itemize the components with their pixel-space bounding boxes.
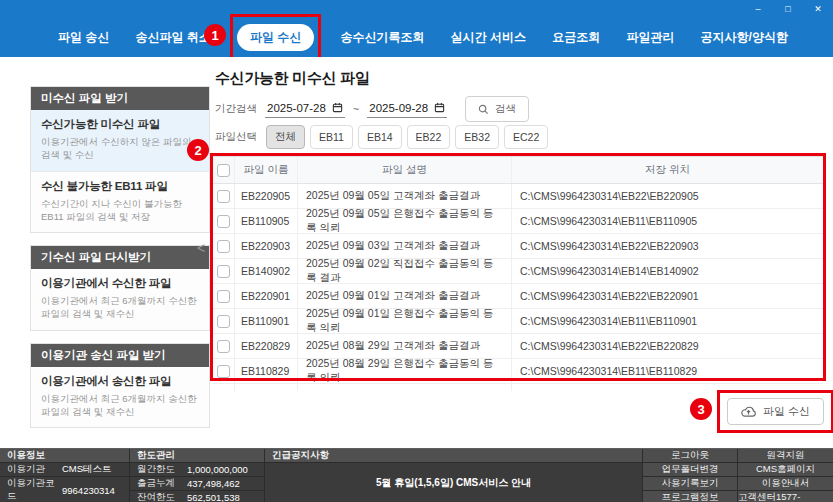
close-icon[interactable]: ✕ bbox=[803, 0, 833, 18]
window-titlebar: – □ ✕ bbox=[0, 0, 833, 18]
page-title: 수신가능한 미수신 파일 bbox=[215, 69, 370, 88]
file-type-filter-button[interactable]: EB32 bbox=[455, 125, 499, 149]
column-header-file-name: 파일 이름 bbox=[235, 157, 298, 183]
content-area: 미수신 파일 받기 수신가능한 미수신 파일 이용기관에서 수신하지 않은 파일… bbox=[0, 57, 833, 448]
file-name-cell: EB220903 bbox=[235, 234, 298, 258]
table-row[interactable]: EB220901 2025년 09월 01일 고객계좌 출금결과 C:\CMS\… bbox=[213, 284, 823, 309]
annotation-step-2-badge: 2 bbox=[187, 139, 209, 161]
select-all-checkbox[interactable] bbox=[217, 164, 230, 177]
column-header-file-desc: 파일 설명 bbox=[298, 157, 512, 183]
footer-button[interactable]: 업무폴더변경 bbox=[643, 463, 738, 477]
annotation-step-3-badge: 3 bbox=[690, 398, 712, 420]
file-type-filter-button[interactable]: EB22 bbox=[407, 125, 451, 149]
row-checkbox[interactable] bbox=[217, 240, 230, 253]
table-row-stub bbox=[213, 384, 823, 391]
table-row[interactable]: EB220903 2025년 09월 03일 고객계좌 출금결과 C:\CMS\… bbox=[213, 234, 823, 259]
maximize-icon[interactable]: □ bbox=[773, 0, 803, 18]
footer-info-value: 562,501,538 bbox=[187, 491, 264, 502]
calendar-icon[interactable] bbox=[434, 102, 445, 113]
footer-buttons-right: 원격지원CMS홈페이지이용안내서고객센터1577-5500(3) bbox=[738, 449, 833, 502]
file-path-cell: C:\CMS\9964230314\EB11\EB110901 bbox=[512, 309, 823, 333]
nav-item-4[interactable]: 송수신기록조회 bbox=[341, 29, 425, 46]
sidebar-section-header: 기수신 파일 다시받기 bbox=[31, 246, 209, 269]
table-row[interactable]: EB110901 2025년 09월 01일 은행접수 출금동의 등록 의뢰 C… bbox=[213, 309, 823, 334]
file-receive-button[interactable]: 파일 수신 bbox=[727, 398, 824, 425]
date-range-tilde: ~ bbox=[353, 103, 359, 115]
file-desc-cell: 2025년 09월 01일 은행접수 출금동의 등록 의뢰 bbox=[298, 309, 512, 333]
file-desc-cell: 2025년 09월 01일 고객계좌 출금결과 bbox=[298, 284, 512, 308]
file-path-cell: C:\CMS\9964230314\EB22\EB220901 bbox=[512, 284, 823, 308]
column-header-file-path: 저장 위치 bbox=[512, 157, 823, 183]
row-checkbox[interactable] bbox=[217, 365, 230, 378]
file-type-filter-button[interactable]: EC22 bbox=[504, 125, 548, 149]
date-from-input[interactable]: 2025-07-28 bbox=[265, 101, 345, 118]
date-to-input[interactable]: 2025-09-28 bbox=[367, 101, 447, 118]
sidebar-item[interactable]: 수신가능한 미수신 파일 이용기관에서 수신하지 않은 파일의 검색 및 수신 bbox=[31, 110, 209, 171]
sidebar-collapse-chevron-icon[interactable]: < bbox=[197, 240, 205, 256]
footer-info-label: 월간한도 bbox=[130, 463, 187, 476]
nav-item-8[interactable]: 공지사항/양식함 bbox=[701, 29, 788, 46]
table-row[interactable]: EB140902 2025년 09월 02일 직접접수 출금동의 등록 결과 C… bbox=[213, 259, 823, 284]
footer-limit-title: 한도관리 bbox=[130, 449, 265, 463]
footer-button[interactable]: 로그아웃 bbox=[643, 449, 738, 463]
file-name-cell: EB110905 bbox=[235, 209, 298, 233]
row-checkbox[interactable] bbox=[217, 190, 230, 203]
annotation-receive-highlight: 3 파일 수신 bbox=[727, 398, 824, 425]
table-row[interactable]: EB220905 2025년 09월 05일 고객계좌 출금결과 C:\CMS\… bbox=[213, 184, 823, 209]
nav-item-6[interactable]: 요금조회 bbox=[552, 29, 600, 46]
table-row[interactable]: EB110829 2025년 08월 29일 은행접수 출금동의 등록 의뢰 C… bbox=[213, 359, 823, 384]
footer-button[interactable]: 원격지원 bbox=[738, 449, 833, 463]
sidebar-section: 기수신 파일 다시받기 이용기관에서 수신한 파일 이용기관에서 최근 6개월까… bbox=[30, 245, 210, 331]
calendar-icon[interactable] bbox=[332, 102, 343, 113]
row-checkbox[interactable] bbox=[217, 340, 230, 353]
table-row[interactable]: EB110905 2025년 09월 05일 은행접수 출금동의 등록 의뢰 C… bbox=[213, 209, 823, 234]
sidebar-item[interactable]: 이용기관에서 송신한 파일 이용기관에서 최근 6개월까지 송신한 파일의 검색… bbox=[31, 367, 209, 428]
footer-button[interactable]: 고객센터1577-5500(3) bbox=[738, 491, 833, 502]
footer-button[interactable]: CMS홈페이지 bbox=[738, 463, 833, 477]
row-checkbox[interactable] bbox=[217, 265, 230, 278]
nav-item-3[interactable]: 파일 수신1 bbox=[237, 24, 314, 51]
footer-info-row: 잔여한도 562,501,538 bbox=[130, 491, 265, 502]
footer-info-row: 이용기관코드 9964230314 bbox=[0, 477, 130, 502]
file-select-label: 파일선택 bbox=[215, 130, 257, 144]
cloud-arrow-icon bbox=[741, 405, 756, 418]
row-checkbox[interactable] bbox=[217, 315, 230, 328]
footer-info-value: 437,498,462 bbox=[187, 477, 264, 490]
file-type-filter-button[interactable]: 전체 bbox=[266, 125, 305, 149]
nav-item-7[interactable]: 파일관리 bbox=[626, 29, 674, 46]
sidebar-section-header: 미수신 파일 받기 bbox=[31, 87, 209, 110]
footer-button[interactable]: 프로그램정보 bbox=[643, 491, 738, 502]
annotation-step-1-badge: 1 bbox=[204, 24, 226, 46]
row-checkbox[interactable] bbox=[217, 290, 230, 303]
nav-item-2[interactable]: 송신파일 취소 bbox=[136, 29, 211, 46]
file-desc-cell: 2025년 08월 29일 고객계좌 출금결과 bbox=[298, 334, 512, 358]
sidebar-item-desc: 이용기관에서 수신하지 않은 파일의 검색 및 수신 bbox=[41, 135, 199, 162]
sidebar-item-desc: 수신기간이 지나 수신이 불가능한 EB11 파일의 검색 및 저장 bbox=[41, 197, 199, 224]
file-type-filter-button[interactable]: EB14 bbox=[358, 125, 402, 149]
file-path-cell: C:\CMS\9964230314\EB11\EB110905 bbox=[512, 209, 823, 233]
footer-info-value: CMS테스트 bbox=[62, 463, 129, 476]
row-checkbox[interactable] bbox=[217, 215, 230, 228]
nav-item-5[interactable]: 실시간 서비스 bbox=[451, 29, 526, 46]
footer-emergency-notice: 긴급공지사항 5월 휴일(1,5,6일) CMS서비스 안내 bbox=[265, 449, 643, 502]
file-path-cell: C:\CMS\9964230314\EB22\EB220829 bbox=[512, 334, 823, 358]
minimize-icon[interactable]: – bbox=[743, 0, 773, 18]
file-name-cell: EB220829 bbox=[235, 334, 298, 358]
sidebar-item[interactable]: 수신 불가능한 EB11 파일 수신기간이 지나 수신이 불가능한 EB11 파… bbox=[31, 171, 209, 233]
sidebar-section: 이용기관 송신 파일 받기 이용기관에서 송신한 파일 이용기관에서 최근 6개… bbox=[30, 343, 210, 429]
file-desc-cell: 2025년 09월 02일 직접접수 출금동의 등록 결과 bbox=[298, 259, 512, 283]
emergency-notice-title: 긴급공지사항 bbox=[265, 449, 643, 463]
period-search-row: 기간검색 2025-07-28 ~ 2025-09-28 검색 bbox=[215, 97, 529, 121]
footer-info-row: 이용기관 CMS테스트 bbox=[0, 463, 130, 477]
file-path-cell: C:\CMS\9964230314\EB22\EB220905 bbox=[512, 184, 823, 208]
footer-button[interactable]: 사용기록보기 bbox=[643, 477, 738, 491]
search-icon bbox=[478, 104, 489, 115]
footer-button[interactable]: 이용안내서 bbox=[738, 477, 833, 491]
sidebar-item-title: 이용기관에서 송신한 파일 bbox=[41, 374, 199, 389]
sidebar-item[interactable]: 이용기관에서 수신한 파일 이용기관에서 최근 6개월까지 수신한 파일의 검색… bbox=[31, 269, 209, 330]
file-name-cell: EB110901 bbox=[235, 309, 298, 333]
search-button[interactable]: 검색 bbox=[465, 96, 529, 122]
file-type-filter-button[interactable]: EB11 bbox=[310, 125, 353, 149]
nav-item-1[interactable]: 파일 송신 bbox=[58, 29, 109, 46]
table-row[interactable]: EB220829 2025년 08월 29일 고객계좌 출금결과 C:\CMS\… bbox=[213, 334, 823, 359]
